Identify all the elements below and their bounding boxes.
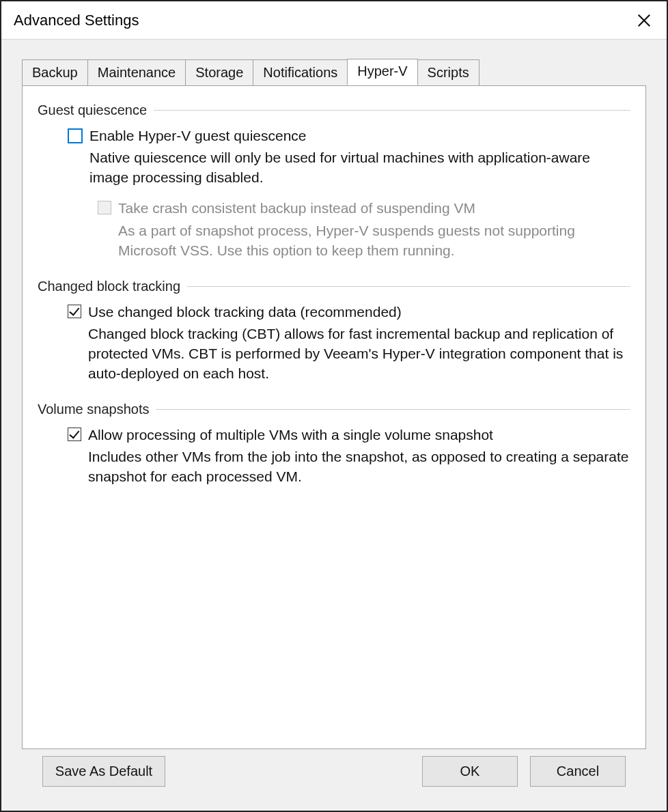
checkbox-allow-multi-vm-snapshot[interactable] [68,428,81,441]
tabs: Backup Maintenance Storage Notifications… [22,59,646,749]
tab-notifications[interactable]: Notifications [253,59,348,86]
window-title: Advanced Settings [14,12,139,29]
checkbox-use-cbt-label: Use changed block tracking data (recomme… [88,303,402,322]
item-use-cbt: Use changed block tracking data (recomme… [68,303,630,384]
item-allow-multi-vm-snapshot: Allow processing of multiple VMs with a … [68,425,630,487]
group-label: Guest quiescence [38,102,154,118]
group-label: Changed block tracking [38,279,187,294]
item-crash-consistent: Take crash consistent backup instead of … [98,199,630,260]
footer: Save As Default OK Cancel [22,749,646,798]
ok-button[interactable]: OK [422,756,518,787]
tab-maintenance[interactable]: Maintenance [87,59,186,86]
group-header-volume-snapshots: Volume snapshots [38,402,630,417]
group-rule [154,110,630,111]
checkbox-use-cbt[interactable] [68,305,81,318]
group-rule [187,286,630,287]
tab-page-hyper-v: Guest quiescence Enable Hyper-V guest qu… [22,85,646,749]
footer-button-row: OK Cancel [422,756,626,787]
group-label: Volume snapshots [38,402,156,417]
checkbox-allow-multi-vm-label: Allow processing of multiple VMs with a … [88,425,493,445]
close-button[interactable] [634,10,654,31]
close-icon [637,13,652,28]
advanced-settings-dialog: Advanced Settings Backup Maintenance Sto… [1,1,667,811]
checkbox-enable-quiescence-label: Enable Hyper-V guest quiescence [89,126,307,145]
group-guest-quiescence: Guest quiescence Enable Hyper-V guest qu… [38,102,630,261]
tab-hyper-v[interactable]: Hyper-V [347,59,417,85]
tab-strip: Backup Maintenance Storage Notifications… [22,59,646,86]
checkbox-crash-consistent [98,201,111,214]
save-as-default-button[interactable]: Save As Default [42,756,165,787]
titlebar: Advanced Settings [1,1,667,40]
tab-storage[interactable]: Storage [185,59,253,86]
crash-consistent-desc: As a part of snapshot process, Hyper-V s… [118,221,630,261]
client-area: Backup Maintenance Storage Notifications… [1,40,667,811]
group-header-guest-quiescence: Guest quiescence [38,102,630,118]
use-cbt-desc: Changed block tracking (CBT) allows for … [88,324,630,384]
checkbox-crash-consistent-label: Take crash consistent backup instead of … [118,199,475,218]
group-rule [156,409,630,410]
cancel-button[interactable]: Cancel [530,756,626,787]
group-volume-snapshots: Volume snapshots Allow processing of mul… [38,402,630,487]
checkbox-enable-quiescence[interactable] [68,128,83,143]
tab-backup[interactable]: Backup [22,59,88,86]
group-header-cbt: Changed block tracking [38,279,630,294]
group-cbt: Changed block tracking Use changed block… [38,279,630,384]
allow-multi-vm-desc: Includes other VMs from the job into the… [88,447,630,487]
enable-quiescence-desc: Native quiescence will only be used for … [89,148,630,188]
tab-scripts[interactable]: Scripts [417,59,479,86]
item-enable-quiescence: Enable Hyper-V guest quiescence Native q… [68,126,630,261]
